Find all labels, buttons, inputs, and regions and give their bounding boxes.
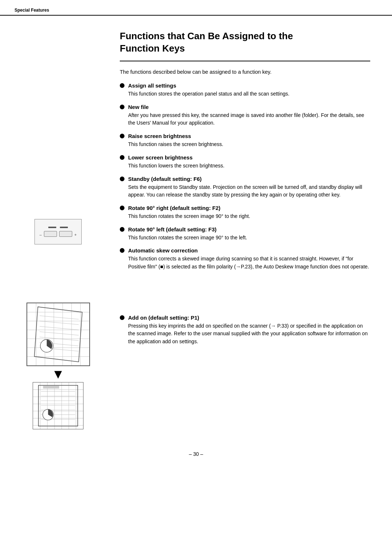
- dash-row: [48, 227, 68, 228]
- feature-lower-brightness: Lower screen brightness This function lo…: [120, 154, 370, 170]
- bullet-icon: [120, 134, 124, 138]
- feature-body-add-on: Pressing this key imprints the add on sp…: [120, 322, 370, 346]
- dash-left: [48, 227, 56, 228]
- feature-new-file: New file After you have pressed this key…: [120, 104, 370, 127]
- svg-marker-20: [34, 307, 82, 362]
- bullet-icon: [120, 227, 124, 232]
- arrow-down-icon: ▼: [52, 368, 65, 381]
- btn-right: [59, 231, 72, 237]
- btn-left: [44, 231, 57, 237]
- bullet-icon: [120, 315, 124, 320]
- section-title: Functions that Can Be Assigned to the Fu…: [120, 30, 370, 55]
- bullet-icon: [120, 248, 124, 253]
- feature-body-rotate-right: This function rotates the screen image 9…: [120, 212, 370, 220]
- feature-body-standby: Sets the equipment to Standby state. Pro…: [120, 183, 370, 199]
- feature-standby: Standby (default setting: F6) Sets the e…: [120, 176, 370, 199]
- feature-heading-skew: Automatic skew correction: [120, 247, 370, 254]
- bullet-icon: [120, 206, 124, 210]
- feature-body-lower-brightness: This function lowers the screen brightne…: [120, 162, 370, 170]
- feature-body-new-file: After you have pressed this key, the sca…: [120, 112, 370, 127]
- feature-rotate-left: Rotate 90° left (default setting: F3) Th…: [120, 226, 370, 242]
- feature-assign-all: Assign all settings This function stores…: [120, 82, 370, 98]
- feature-heading-new-file: New file: [120, 104, 370, 110]
- svg-rect-42: [43, 386, 59, 389]
- feature-body-assign-all: This function stores the operation panel…: [120, 90, 370, 98]
- svg-marker-12: [34, 307, 82, 362]
- intro-text: The functions described below can be ass…: [120, 68, 370, 76]
- feature-body-raise-brightness: This function raises the screen brightne…: [120, 141, 370, 149]
- svg-line-13: [40, 316, 78, 319]
- standby-diagram: – +: [34, 219, 82, 244]
- dash-right: [60, 227, 68, 228]
- feature-heading-add-on: Add on (default setting: P1): [120, 315, 370, 321]
- right-column: Functions that Can Be Assigned to the Fu…: [116, 30, 392, 429]
- feature-rotate-right: Rotate 90° right (default setting: F2) T…: [120, 205, 370, 220]
- plus-label: +: [74, 232, 77, 237]
- btn-row: – +: [40, 231, 77, 237]
- svg-line-14: [40, 321, 78, 325]
- svg-line-15: [40, 327, 78, 330]
- svg-line-16: [40, 332, 78, 335]
- bullet-icon: [120, 177, 124, 181]
- skew-after-image: [33, 382, 83, 429]
- feature-heading-lower-brightness: Lower screen brightness: [120, 154, 370, 161]
- feature-body-rotate-left: This function rotates the screen image 9…: [120, 234, 370, 242]
- header-label: Special Features: [15, 8, 49, 13]
- feature-add-on: Add on (default setting: P1) Pressing th…: [120, 315, 370, 346]
- feature-heading-standby: Standby (default setting: F6): [120, 176, 370, 182]
- feature-body-skew: This function corrects a skewed image du…: [120, 255, 370, 271]
- bullet-icon: [120, 105, 124, 109]
- page-header: Special Features: [0, 0, 392, 16]
- feature-heading-rotate-left: Rotate 90° left (default setting: F3): [120, 226, 370, 232]
- page-body: – +: [0, 16, 392, 444]
- feature-raise-brightness: Raise screen brightness This function ra…: [120, 133, 370, 149]
- feature-skew: Automatic skew correction This function …: [120, 247, 370, 271]
- feature-heading-raise-brightness: Raise screen brightness: [120, 133, 370, 139]
- left-column: – +: [0, 30, 116, 429]
- bullet-icon: [120, 83, 124, 88]
- feature-list: Assign all settings This function stores…: [120, 82, 370, 346]
- skew-diagram-container: ▼: [26, 303, 90, 429]
- feature-heading-rotate-right: Rotate 90° right (default setting: F2): [120, 205, 370, 211]
- feature-heading-assign-all: Assign all settings: [120, 82, 370, 89]
- page-number: – 30 –: [189, 451, 203, 457]
- skew-before-image: [26, 303, 90, 366]
- minus-label: –: [40, 232, 42, 237]
- page-footer: – 30 –: [0, 444, 392, 461]
- bullet-icon: [120, 155, 124, 160]
- section-title-block: Functions that Can Be Assigned to the Fu…: [120, 30, 370, 61]
